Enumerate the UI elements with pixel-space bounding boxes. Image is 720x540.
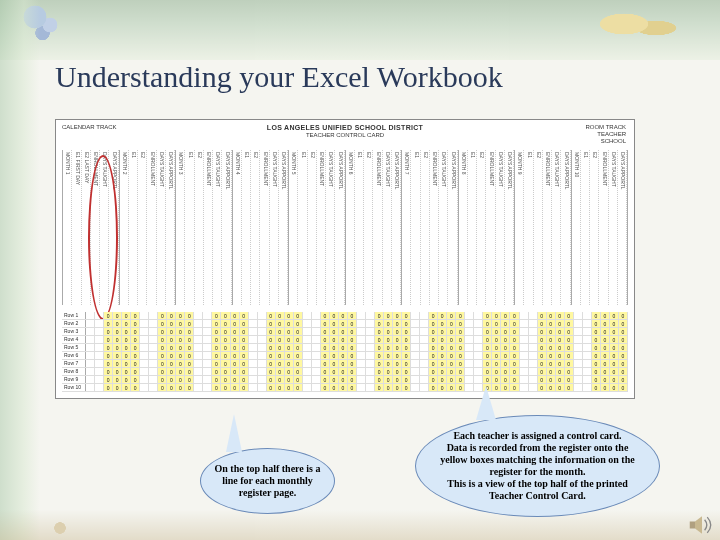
data-cell: [312, 352, 321, 359]
data-cell: [574, 368, 583, 375]
data-cell-highlight: 0: [483, 352, 492, 359]
data-cell-highlight: 0: [538, 368, 547, 375]
data-cell-highlight: 0: [429, 312, 438, 319]
data-cell-highlight: 0: [122, 344, 131, 351]
data-cell: [411, 328, 420, 335]
data-cell-highlight: 0: [619, 344, 628, 351]
data-cell-highlight: 0: [285, 312, 294, 319]
row-cells: 0000000000000000000000000000000000000000: [86, 368, 628, 375]
data-cell: [357, 344, 366, 351]
data-cell-highlight: 0: [294, 360, 303, 367]
column-header: E1: [298, 150, 307, 305]
data-cell: [86, 336, 95, 343]
data-cell-highlight: 0: [240, 360, 249, 367]
data-cell-highlight: 0: [601, 376, 610, 383]
data-cell-highlight: 0: [592, 312, 601, 319]
data-cell: [411, 352, 420, 359]
data-cell: [140, 360, 149, 367]
data-cell-highlight: 0: [510, 360, 519, 367]
data-cell-highlight: 0: [456, 344, 465, 351]
data-cell-highlight: 0: [402, 360, 411, 367]
data-cell-highlight: 0: [619, 352, 628, 359]
data-cell: [203, 376, 212, 383]
data-cell-highlight: 0: [492, 368, 501, 375]
data-cell: [194, 352, 203, 359]
data-cell-highlight: 0: [501, 320, 510, 327]
data-cell-highlight: 0: [339, 328, 348, 335]
column-header: MONTH 4: [233, 150, 242, 305]
row-label: Row 6: [62, 352, 86, 359]
data-cell-highlight: 0: [276, 320, 285, 327]
data-cell-highlight: 0: [384, 344, 393, 351]
data-cell: [574, 336, 583, 343]
data-cell: [312, 368, 321, 375]
data-cell: [86, 360, 95, 367]
data-cell: [258, 336, 267, 343]
data-cell-highlight: 0: [565, 320, 574, 327]
column-header: MONTH 8: [459, 150, 468, 305]
data-cell: [465, 312, 474, 319]
data-cell-highlight: 0: [510, 344, 519, 351]
speaker-icon[interactable]: [688, 514, 716, 536]
data-cell-highlight: 0: [176, 328, 185, 335]
data-cell-highlight: 0: [565, 312, 574, 319]
column-group: MONTH 4E1E2ENROLLMENTDAYS TAUGHTDAYS APP…: [232, 150, 289, 305]
data-cell-highlight: 0: [113, 352, 122, 359]
data-cell-highlight: 0: [384, 368, 393, 375]
data-cell: [474, 360, 483, 367]
data-cell-highlight: 0: [339, 336, 348, 343]
data-cell-highlight: 0: [267, 368, 276, 375]
data-cell: [258, 368, 267, 375]
data-cell-highlight: 0: [447, 384, 456, 391]
data-cell: [194, 360, 203, 367]
data-cell-highlight: 0: [122, 336, 131, 343]
column-header: MONTH 5: [289, 150, 298, 305]
data-cell-highlight: 0: [158, 368, 167, 375]
data-cell-highlight: 0: [492, 320, 501, 327]
data-cell-highlight: 0: [402, 320, 411, 327]
data-cell-highlight: 0: [221, 328, 230, 335]
column-header: MONTH 9: [515, 150, 524, 305]
data-cell-highlight: 0: [402, 328, 411, 335]
data-cell-highlight: 0: [330, 336, 339, 343]
table-row: Row 900000000000000000000000000000000000…: [62, 376, 628, 384]
data-cell-highlight: 0: [231, 360, 240, 367]
data-cell: [583, 384, 592, 391]
data-cell-highlight: 0: [131, 368, 140, 375]
data-cell-highlight: 0: [240, 376, 249, 383]
data-cell: [312, 312, 321, 319]
data-cell: [249, 368, 258, 375]
data-cell-highlight: 0: [483, 320, 492, 327]
column-header: E2 LAST DAY: [82, 150, 91, 305]
data-cell-highlight: 0: [393, 328, 402, 335]
data-cell: [411, 320, 420, 327]
data-cell: [194, 328, 203, 335]
data-cell-highlight: 0: [221, 384, 230, 391]
data-cell: [203, 336, 212, 343]
callout-right: Each teacher is assigned a control card.…: [415, 415, 660, 517]
data-cell-highlight: 0: [610, 328, 619, 335]
data-cell: [249, 384, 258, 391]
data-cell-highlight: 0: [556, 360, 565, 367]
column-header: ENROLLMENT: [543, 150, 552, 305]
spreadsheet-header-sub: TEACHER CONTROL CARD: [56, 132, 634, 138]
row-label: Row 9: [62, 376, 86, 383]
data-cell-highlight: 0: [601, 352, 610, 359]
column-header: ENROLLMENT: [260, 150, 269, 305]
data-cell-highlight: 0: [176, 320, 185, 327]
data-cell: [420, 368, 429, 375]
data-cell-highlight: 0: [339, 344, 348, 351]
data-cell-highlight: 0: [185, 344, 194, 351]
data-cell-highlight: 0: [556, 368, 565, 375]
data-cell-highlight: 0: [375, 352, 384, 359]
spreadsheet-graphic: CALENDAR TRACK LOS ANGELES UNIFIED SCHOO…: [55, 119, 635, 399]
data-cell: [411, 360, 420, 367]
data-cell-highlight: 0: [221, 368, 230, 375]
data-cell: [203, 344, 212, 351]
data-cell-highlight: 0: [393, 368, 402, 375]
data-cell-highlight: 0: [348, 376, 357, 383]
data-cell-highlight: 0: [276, 344, 285, 351]
data-cell: [357, 336, 366, 343]
data-cell-highlight: 0: [592, 328, 601, 335]
data-cell-highlight: 0: [375, 336, 384, 343]
